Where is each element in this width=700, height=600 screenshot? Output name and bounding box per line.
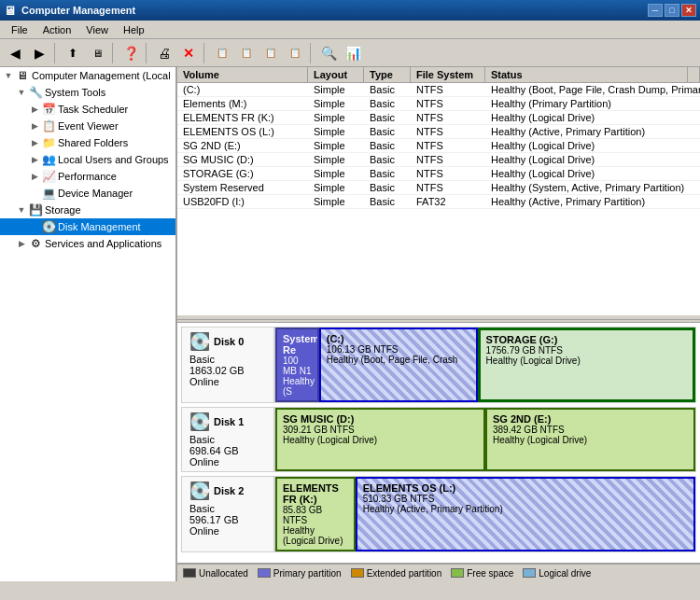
tree-task-scheduler[interactable]: ▶ 📅 Task Scheduler	[0, 101, 175, 118]
tree-event-viewer[interactable]: ▶ 📋 Event Viewer	[0, 118, 175, 134]
table-cell: Basic	[364, 153, 411, 166]
table-row[interactable]: USB20FD (I:)SimpleBasicFAT32Healthy (Act…	[177, 195, 700, 209]
legend-freespace-label: Free space	[467, 568, 513, 579]
disk-partition[interactable]: SG 2ND (E:) 389.42 GB NTFS Healthy (Logi…	[485, 408, 695, 471]
tree-services[interactable]: ▶ ⚙ Services and Applications	[0, 235, 175, 252]
col-type[interactable]: Type	[364, 67, 411, 82]
left-panel: ▼ 🖥 Computer Management (Local ▼ 🔧 Syste…	[0, 67, 177, 581]
table-cell: ELEMENTS OS (L:)	[177, 125, 308, 138]
maximize-button[interactable]: □	[665, 4, 679, 17]
disk-mgmt-label: Disk Management	[58, 221, 141, 232]
disk-row: 💽 Disk 1 Basic 698.64 GB OnlineSG MUSIC …	[181, 407, 696, 472]
toolbar: ◀ ▶ ⬆ 🖥 ❓ 🖨 ✕ 📋 📋 📋 📋 🔍 📊	[0, 39, 700, 67]
legend-extended-label: Extended partition	[367, 568, 442, 579]
delete-button[interactable]: ✕	[177, 42, 200, 64]
tree-storage[interactable]: ▼ 💾 Storage	[0, 202, 175, 218]
search-button[interactable]: 🔍	[317, 42, 340, 64]
storage-icon: 💾	[28, 202, 43, 217]
disk-partition[interactable]: System Re 100 MB N1 Healthy (S	[275, 328, 319, 402]
table-row[interactable]: (C:)SimpleBasicNTFSHealthy (Boot, Page F…	[177, 83, 700, 97]
table-cell: Basic	[364, 195, 411, 208]
tree-performance[interactable]: ▶ 📈 Performance	[0, 168, 175, 185]
legend-unallocated: Unallocated	[183, 568, 248, 579]
table-cell: SG 2ND (E:)	[177, 139, 308, 152]
toolbar-sep-5	[310, 43, 314, 63]
table-row[interactable]: ELEMENTS FR (K:)SimpleBasicNTFSHealthy (…	[177, 111, 700, 125]
table-cell: ELEMENTS FR (K:)	[177, 111, 308, 124]
col-volume[interactable]: Volume	[177, 67, 308, 82]
disk-partitions: System Re 100 MB N1 Healthy (S(C:) 106.1…	[274, 327, 696, 403]
table-cell: Simple	[308, 83, 364, 96]
disk-partition[interactable]: (C:) 106.13 GB NTFS Healthy (Boot, Page …	[319, 328, 478, 402]
show-hide-button[interactable]: 🖥	[86, 42, 108, 64]
chart-button[interactable]: 📊	[342, 42, 364, 64]
table-row[interactable]: SG 2ND (E:)SimpleBasicNTFSHealthy (Logic…	[177, 139, 700, 153]
tree-device-manager[interactable]: 💻 Device Manager	[0, 185, 175, 202]
paste-button[interactable]: 📋	[235, 42, 258, 64]
up-button[interactable]: ⬆	[62, 42, 84, 64]
table-cell: USB20FD (I:)	[177, 195, 308, 208]
partition-status: Healthy (Logical Drive)	[283, 525, 348, 546]
system-tools-toggle: ▼	[15, 88, 28, 97]
event-label: Event Viewer	[58, 120, 119, 132]
menu-view[interactable]: View	[78, 22, 116, 37]
partition-size: 106.13 GB NTFS	[327, 344, 470, 355]
menu-action[interactable]: Action	[35, 22, 79, 37]
menu-file[interactable]: File	[4, 22, 35, 37]
disk-partition[interactable]: ELEMENTS FR (K:) 85.83 GB NTFS Healthy (…	[275, 477, 356, 551]
table-row[interactable]: STORAGE (G:)SimpleBasicNTFSHealthy (Logi…	[177, 167, 700, 181]
extended-color-swatch	[351, 568, 364, 578]
task-label: Task Scheduler	[58, 104, 128, 115]
tree-root[interactable]: ▼ 🖥 Computer Management (Local	[0, 67, 175, 84]
table-cell: Healthy (Active, Primary Partition)	[485, 195, 700, 208]
device-toggle	[28, 188, 41, 198]
copy-button[interactable]: 📋	[211, 42, 233, 64]
tree-shared-folders[interactable]: ▶ 📁 Shared Folders	[0, 134, 175, 151]
menu-help[interactable]: Help	[116, 22, 152, 37]
partition-status: Healthy (Logical Drive)	[493, 435, 688, 445]
col-status[interactable]: Status	[485, 67, 688, 82]
col-layout[interactable]: Layout	[308, 67, 364, 82]
title-bar: 🖥 Computer Management ─ □ ✕	[0, 0, 700, 21]
tree-system-tools[interactable]: ▼ 🔧 System Tools	[0, 84, 175, 101]
paste2-button[interactable]: 📋	[259, 42, 282, 64]
partition-status: Healthy (Logical Drive)	[283, 435, 478, 445]
partition-size: 100 MB N1	[283, 356, 312, 376]
disk-partition[interactable]: ELEMENTS OS (L:) 510.33 GB NTFS Healthy …	[356, 477, 695, 551]
system-tools-label: System Tools	[45, 87, 105, 98]
perf-label: Performance	[58, 171, 117, 182]
shared-label: Shared Folders	[58, 137, 128, 148]
paste3-button[interactable]: 📋	[284, 42, 306, 64]
table-row[interactable]: Elements (M:)SimpleBasicNTFSHealthy (Pri…	[177, 97, 700, 111]
table-cell: NTFS	[411, 167, 485, 180]
forward-button[interactable]: ▶	[28, 42, 50, 64]
users-toggle: ▶	[28, 155, 41, 164]
col-extra	[688, 67, 700, 82]
close-button[interactable]: ✕	[681, 4, 696, 17]
print-button[interactable]: 🖨	[153, 42, 175, 64]
disk-partitions: ELEMENTS FR (K:) 85.83 GB NTFS Healthy (…	[274, 476, 696, 552]
table-row[interactable]: SG MUSIC (D:)SimpleBasicNTFSHealthy (Log…	[177, 153, 700, 167]
col-filesystem[interactable]: File System	[411, 67, 485, 82]
table-row[interactable]: ELEMENTS OS (L:)SimpleBasicNTFSHealthy (…	[177, 125, 700, 139]
disk-partition[interactable]: SG MUSIC (D:) 309.21 GB NTFS Healthy (Lo…	[275, 408, 485, 471]
table-cell: Simple	[308, 167, 364, 180]
table-cell: Elements (M:)	[177, 97, 308, 110]
logical-color-swatch	[523, 568, 536, 578]
disk-info: 💽 Disk 0 Basic 1863.02 GB Online	[181, 327, 274, 403]
back-button[interactable]: ◀	[4, 42, 26, 64]
table-cell: NTFS	[411, 97, 485, 110]
disk-partition[interactable]: STORAGE (G:) 1756.79 GB NTFS Healthy (Lo…	[478, 328, 695, 402]
device-icon: 💻	[41, 186, 56, 201]
table-area: Volume Layout Type File System Status (C…	[177, 67, 700, 319]
minimize-button[interactable]: ─	[648, 4, 663, 17]
table-cell: Basic	[364, 125, 411, 138]
tree-disk-management[interactable]: 💽 Disk Management	[0, 218, 175, 235]
tree-root-label: Computer Management (Local	[32, 70, 171, 81]
tree-local-users[interactable]: ▶ 👥 Local Users and Groups	[0, 151, 175, 168]
table-row[interactable]: System ReservedSimpleBasicNTFSHealthy (S…	[177, 181, 700, 195]
help-button[interactable]: ❓	[119, 42, 142, 64]
table-cell: Healthy (System, Active, Primary Partiti…	[485, 181, 700, 194]
table-cell: NTFS	[411, 139, 485, 152]
storage-toggle: ▼	[15, 205, 28, 215]
